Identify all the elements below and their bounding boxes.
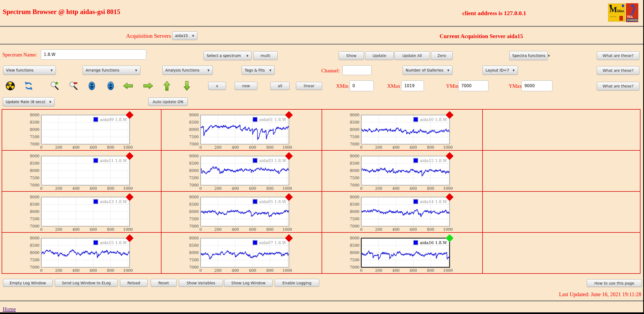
ymin-input[interactable]: [458, 80, 488, 91]
svg-text:1000: 1000: [282, 145, 292, 150]
number-of-galleries-dropdown[interactable]: Number of Galleries ∨: [403, 66, 453, 75]
gallery-cell-aida05[interactable]: 9000850080007500700002004006008001000aid…: [161, 191, 322, 232]
refresh-icon[interactable]: [24, 81, 33, 91]
xmax-input[interactable]: [401, 80, 424, 91]
legend-swatch: [413, 240, 418, 245]
svg-text:8500: 8500: [189, 161, 199, 166]
arrange-functions-dropdown[interactable]: Arrange functions ∨: [83, 66, 140, 75]
tcl-powered-logo[interactable]: TCL POWERED: [626, 3, 638, 23]
scroll-up-icon[interactable]: [106, 81, 116, 91]
svg-text:8000: 8000: [30, 251, 39, 255]
svg-text:600: 600: [249, 145, 256, 150]
show-button[interactable]: Show: [339, 51, 364, 60]
reload-button[interactable]: Reload: [120, 279, 148, 287]
gallery-cell-aida07[interactable]: 9000850080007500700002004006008001000aid…: [161, 232, 322, 274]
analysis-functions-dropdown[interactable]: Analysis functions ∨: [162, 66, 213, 75]
acquisition-server-select[interactable]: aida15 ∨: [172, 31, 197, 40]
gallery-cell-aida16[interactable]: 9000850080007500700002004006008001000aid…: [322, 232, 483, 274]
svg-text:200: 200: [375, 186, 382, 191]
show-variables-button[interactable]: Show Variables: [179, 279, 223, 287]
svg-text:400: 400: [72, 145, 80, 150]
spectrum-chart-aida11: 9000850080007500700002004006008001000aid…: [2, 151, 160, 191]
auto-update-button[interactable]: Auto Update ON: [148, 97, 188, 106]
all-button[interactable]: all: [270, 82, 290, 90]
chart-legend: aida13 1.8.W: [100, 199, 127, 204]
update-all-button[interactable]: Update All: [395, 51, 430, 60]
svg-text:7000: 7000: [30, 265, 39, 269]
arrow-down-icon[interactable]: [183, 81, 191, 92]
svg-text:7000: 7000: [350, 265, 359, 269]
spectrum-chart-aida09: 9000850080007500700002004006008001000aid…: [2, 110, 160, 150]
gallery-cell-aida14[interactable]: 9000850080007500700002004006008001000aid…: [322, 191, 483, 232]
radiation-icon[interactable]: [5, 81, 15, 91]
gallery-cell-aida11[interactable]: 9000850080007500700002004006008001000aid…: [2, 150, 161, 191]
channel-input[interactable]: [342, 65, 372, 75]
chart-legend: aida16 1.8.W: [420, 240, 447, 245]
tags-fits-dropdown[interactable]: Tags & Fits ∨: [242, 66, 275, 75]
spectrum-name-input[interactable]: [41, 49, 146, 60]
svg-text:400: 400: [232, 145, 239, 150]
svg-text:200: 200: [55, 227, 62, 232]
svg-text:8000: 8000: [189, 127, 199, 132]
show-log-window-button[interactable]: Show Log Window: [224, 279, 273, 287]
gallery-cell-aida10[interactable]: 9000850080007500700002004006008001000aid…: [322, 109, 483, 150]
gallery-cell-aida03[interactable]: 9000850080007500700002004006008001000aid…: [161, 150, 322, 191]
what-are-these-button-2[interactable]: What are these?: [597, 66, 639, 75]
enable-logging-button[interactable]: Enable Logging: [275, 279, 319, 287]
svg-text:0: 0: [200, 268, 202, 273]
svg-text:7000: 7000: [350, 183, 359, 187]
what-are-these-button-3[interactable]: What are these?: [597, 82, 639, 90]
update-rate-dropdown[interactable]: Update Rate (8 secs) ∨: [3, 97, 55, 106]
send-log-window-to-elog-button[interactable]: Send Log Window to ELog: [55, 279, 118, 287]
svg-text:7500: 7500: [189, 135, 199, 139]
empty-log-window-button[interactable]: Empty Log Window: [3, 279, 53, 287]
xmin-input[interactable]: [349, 80, 374, 91]
svg-text:7500: 7500: [30, 135, 39, 139]
gallery-cell-aida09[interactable]: 9000850080007500700002004006008001000aid…: [2, 109, 161, 150]
view-functions-dropdown[interactable]: View functions ∨: [3, 66, 56, 75]
select-spectrum-dropdown[interactable]: Select a spectrum ∨: [204, 51, 252, 60]
svg-text:7500: 7500: [350, 135, 359, 139]
svg-text:600: 600: [90, 268, 97, 273]
how-to-use-button[interactable]: How to use this page: [587, 279, 642, 287]
chevron-down-icon: ∨: [447, 68, 450, 72]
svg-text:7500: 7500: [350, 217, 359, 221]
svg-text:0: 0: [360, 186, 363, 191]
spectra-functions-dropdown[interactable]: Spectra functions ∨: [509, 51, 548, 60]
arrow-left-icon[interactable]: [123, 82, 133, 91]
chart-legend: aida11 1.8.W: [100, 158, 127, 163]
update-button[interactable]: Update: [365, 51, 394, 60]
page-title: Spectrum Browser @ http aidas-gsi 8015: [3, 8, 120, 16]
svg-text:200: 200: [214, 268, 222, 273]
midas-logo[interactable]: Midas powered by: [608, 4, 625, 22]
spectrum-chart-aida15: 9000850080007500700002004006008001000aid…: [2, 233, 160, 273]
arrow-right-icon[interactable]: [143, 82, 153, 91]
linear-button[interactable]: linear: [296, 82, 322, 90]
gallery-cell-aida01[interactable]: 9000850080007500700002004006008001000aid…: [161, 109, 322, 150]
reset-button[interactable]: Reset: [151, 279, 177, 287]
svg-text:800: 800: [427, 227, 434, 232]
xmax-label: XMax: [387, 83, 400, 89]
arrange-functions-label: Arrange functions: [86, 68, 119, 72]
chevron-down-icon: ∨: [269, 68, 272, 72]
svg-text:9000: 9000: [189, 154, 199, 158]
zoom-out-icon[interactable]: [69, 81, 78, 91]
zoom-in-icon[interactable]: [50, 81, 59, 91]
gallery-cell-aida13[interactable]: 9000850080007500700002004006008001000aid…: [2, 191, 161, 232]
new-button[interactable]: new: [235, 82, 257, 90]
midas-tcl-mini-icon: [619, 16, 623, 21]
layout-id-dropdown[interactable]: Layout ID=7 ∨: [483, 66, 518, 75]
zero-button[interactable]: Zero: [431, 51, 453, 60]
gallery-cell-aida15[interactable]: 9000850080007500700002004006008001000aid…: [2, 232, 161, 274]
spectrum-chart-aida05: 9000850080007500700002004006008001000aid…: [161, 192, 319, 232]
what-are-these-button-1[interactable]: What are these?: [597, 51, 639, 60]
svg-text:200: 200: [214, 145, 222, 150]
scroll-down-icon[interactable]: [87, 81, 97, 91]
svg-text:1000: 1000: [443, 268, 453, 273]
multi-button[interactable]: multi: [253, 51, 278, 60]
ymax-input[interactable]: [521, 80, 552, 91]
x-axis-button[interactable]: x: [208, 82, 226, 90]
gallery-cell-aida12[interactable]: 9000850080007500700002004006008001000aid…: [322, 150, 483, 191]
arrow-up-icon[interactable]: [163, 81, 171, 92]
home-link[interactable]: Home: [3, 306, 16, 312]
